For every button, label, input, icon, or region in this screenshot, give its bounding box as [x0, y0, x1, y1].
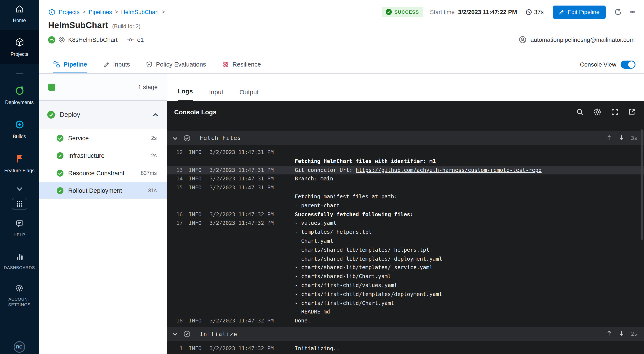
stage-header-deploy[interactable]: Deploy	[39, 101, 167, 129]
open-in-new-icon[interactable]	[628, 108, 636, 115]
log-line-number: 1	[172, 344, 183, 353]
log-message: - values.yaml	[295, 219, 336, 228]
sidebar-item-projects[interactable]: Projects	[0, 30, 39, 64]
section-success-icon	[184, 331, 190, 337]
environment-name[interactable]: e1	[137, 36, 144, 43]
log-message: - Chart.yaml	[295, 237, 333, 246]
step-rollout-deployment[interactable]: Rollout Deployment 31s	[39, 182, 167, 199]
log-text: Fetching HelmChart files with identifier…	[295, 158, 436, 164]
log-text: Done.	[295, 317, 311, 324]
section-title: Fetch Files	[200, 135, 241, 141]
log-line: - charts/first-child/templates/deploymen…	[168, 290, 644, 299]
log-text: - charts/first-child/values.yaml	[295, 282, 398, 288]
sidebar-item-account-settings[interactable]: ACCOUNT SETTINGS	[5, 284, 34, 307]
edit-pipeline-button[interactable]: Edit Pipeline	[553, 5, 606, 19]
search-icon[interactable]	[576, 108, 584, 115]
log-level	[189, 201, 208, 210]
user-email: automationpipelinesng@mailinator.com	[530, 36, 635, 43]
step-service[interactable]: Service 2s	[39, 129, 167, 147]
log-level	[189, 246, 208, 255]
tab-inputs[interactable]: Inputs	[103, 55, 130, 73]
sidebar-item-help[interactable]: HELP	[0, 219, 39, 238]
log-message: Fetching HelmChart files with identifier…	[295, 157, 436, 166]
log-message: Fetching manifest files at path:	[295, 192, 398, 201]
log-level: INFO	[189, 175, 208, 184]
sidebar-expand-chevron[interactable]	[16, 185, 23, 193]
console-view-toggle[interactable]	[620, 60, 636, 68]
tab-policy-evaluations[interactable]: Policy Evaluations	[146, 55, 206, 73]
more-options-icon[interactable]	[630, 10, 635, 14]
breadcrumb-link-pipelines[interactable]: Pipelines	[88, 9, 112, 15]
console-actions	[576, 108, 636, 116]
log-level	[189, 308, 208, 317]
sidebar-item-feature-flags[interactable]: Feature Flags	[0, 153, 39, 173]
tab-output[interactable]: Output	[239, 74, 258, 101]
log-message: - charts/first-child/templates/deploymen…	[295, 290, 442, 299]
breadcrumb-separator: >	[83, 9, 86, 15]
toggle-knob	[628, 61, 635, 68]
step-name: Service	[68, 134, 89, 141]
section-duration: 2s	[631, 331, 637, 337]
log-line-number	[172, 263, 183, 272]
log-level: INFO	[189, 210, 208, 219]
gear-icon	[58, 36, 65, 43]
console-view-label: Console View	[580, 61, 616, 68]
clock-icon	[526, 9, 532, 15]
sidebar-item-home[interactable]: Home	[0, 4, 39, 23]
log-level	[189, 237, 208, 246]
log-section-header-initialize[interactable]: Initialize 2s	[168, 327, 644, 341]
log-line-number	[172, 254, 183, 263]
log-link[interactable]: https://github.com/achyuth-harness/custo…	[356, 166, 542, 173]
step-infrastructure[interactable]: Infrastructure 2s	[39, 147, 167, 164]
log-line-number	[172, 308, 183, 317]
step-resource-constraint[interactable]: Resource Constraint 837ms	[39, 164, 167, 182]
sidebar-item-label: Deployments	[5, 100, 34, 105]
chevron-down-icon[interactable]	[172, 330, 178, 338]
refresh-icon[interactable]	[614, 8, 622, 16]
fullscreen-icon[interactable]	[611, 108, 618, 115]
trigger-user: automationpipelinesng@mailinator.com	[519, 36, 635, 44]
tab-label: Policy Evaluations	[156, 61, 206, 68]
log-text: - charts/shared-lib/Chart.yaml	[295, 273, 391, 279]
breadcrumb-link-projects[interactable]: Projects	[59, 9, 80, 15]
sidebar-item-dashboards[interactable]: DASHBOARDS	[0, 253, 39, 270]
console-scrollbar[interactable]	[640, 129, 643, 240]
log-timestamp	[210, 237, 274, 246]
scroll-up-icon[interactable]	[606, 330, 612, 338]
step-duration: 31s	[148, 188, 157, 194]
page-header: Projects > Pipelines > HelmSubChart > SU…	[39, 0, 644, 55]
service-name[interactable]: K8sHelmSubChart	[68, 36, 118, 43]
tab-label: Inputs	[113, 61, 130, 68]
log-line-number	[172, 246, 183, 255]
log-section-header-fetch-files[interactable]: Fetch Files 3s	[168, 131, 644, 145]
tab-pipeline[interactable]: Pipeline	[53, 55, 87, 73]
scroll-down-icon[interactable]	[619, 134, 624, 142]
log-line: 12INFO3/2/2023 11:47:31 PM	[168, 148, 644, 157]
chevron-down-icon[interactable]	[172, 134, 178, 142]
step-success-icon	[57, 134, 64, 141]
stage-status-square	[48, 83, 55, 91]
log-message: - charts/shared-lib/templates/_deploymen…	[295, 254, 442, 263]
scroll-up-icon[interactable]	[606, 134, 612, 142]
scroll-down-icon[interactable]	[619, 330, 624, 338]
module-grid-button[interactable]	[12, 198, 27, 210]
meta-row: K8sHelmSubChart e1 automationpipelinesng…	[48, 36, 635, 44]
user-icon	[519, 36, 527, 44]
log-scroll-area[interactable]: Fetch Files 3s 12INFO3/	[168, 122, 644, 354]
log-message: - README.md	[295, 308, 330, 317]
settings-gear-icon[interactable]	[593, 108, 602, 116]
sidebar-item-deployments[interactable]: Deployments	[0, 85, 39, 105]
log-message: - charts/first-child/values.yaml	[295, 281, 398, 290]
user-avatar[interactable]: RG	[14, 341, 25, 353]
tab-resilience[interactable]: Resilience	[222, 55, 261, 73]
sidebar-item-builds[interactable]: Builds	[0, 119, 39, 139]
sidebar-collapse-handle[interactable]	[16, 73, 23, 74]
tab-input[interactable]: Input	[209, 74, 224, 101]
log-text: - Chart.yaml	[295, 238, 333, 244]
status-text: SUCCESS	[394, 9, 419, 15]
breadcrumb-link-helmsubchart[interactable]: HelmSubChart	[121, 9, 159, 15]
tab-logs[interactable]: Logs	[178, 74, 193, 101]
log-link[interactable]: README.md	[301, 309, 330, 315]
console-header: Console Logs	[168, 101, 644, 122]
chevron-up-icon[interactable]	[152, 113, 158, 117]
